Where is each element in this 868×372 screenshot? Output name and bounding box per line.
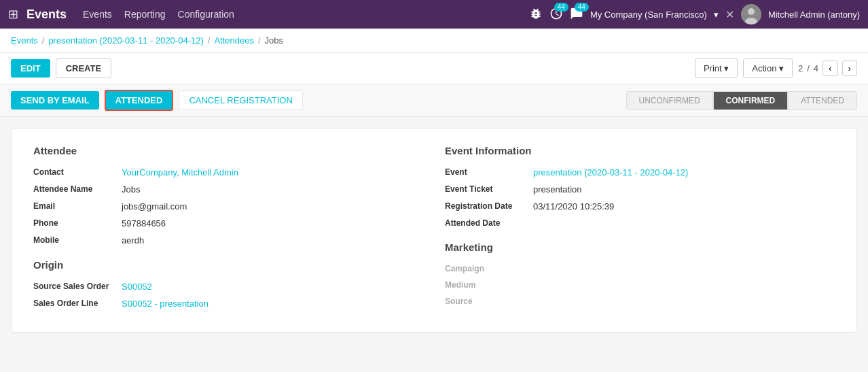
- contact-label: Contact: [33, 167, 122, 177]
- user-avatar-img: [741, 4, 761, 24]
- record-grid: Attendee Contact YourCompany, Mitchell A…: [33, 145, 835, 316]
- nav-links: Events Reporting Configuration: [83, 9, 529, 20]
- sep3: /: [258, 35, 261, 46]
- nav-events[interactable]: Events: [83, 9, 112, 20]
- step-attended[interactable]: ATTENDED: [788, 91, 857, 110]
- user-name[interactable]: Mitchell Admin (antony): [768, 10, 860, 20]
- event-ticket-field: Event Ticket presentation: [445, 184, 835, 195]
- sales-order-line-link[interactable]: S00052 - presentation: [122, 299, 209, 309]
- right-items: 44 44 My Company (San Francisco) ▾ ✕ Mit…: [529, 4, 860, 24]
- email-value: jobs@gmail.com: [122, 201, 187, 212]
- sep2: /: [208, 35, 211, 46]
- step-confirmed[interactable]: CONFIRMED: [713, 91, 789, 110]
- avatar[interactable]: [741, 4, 761, 24]
- source-label: Source: [445, 297, 533, 306]
- record-card: Attendee Contact YourCompany, Mitchell A…: [11, 128, 857, 333]
- sales-order-line-value: S00052 - presentation: [122, 299, 209, 309]
- cancel-registration-button[interactable]: CANCEL REGISTRATION: [179, 90, 302, 110]
- sep1: /: [42, 35, 45, 46]
- pager: 2 / 4 ‹ ›: [798, 61, 857, 76]
- nav-reporting[interactable]: Reporting: [124, 9, 166, 20]
- sales-order-line-field: Sales Order Line S00052 - presentation: [33, 299, 423, 309]
- print-dropdown-icon: ▾: [724, 63, 729, 73]
- create-button[interactable]: CREATE: [56, 58, 111, 78]
- company-selector[interactable]: My Company (San Francisco): [590, 10, 707, 20]
- campaign-label: Campaign: [445, 264, 533, 273]
- event-ticket-value: presentation: [533, 184, 582, 195]
- email-field: Email jobs@gmail.com: [33, 201, 423, 212]
- pager-total: 4: [814, 63, 818, 73]
- send-by-email-button[interactable]: SEND BY EMAIL: [11, 91, 99, 109]
- left-column: Attendee Contact YourCompany, Mitchell A…: [33, 145, 423, 316]
- event-link[interactable]: presentation (2020-03-11 - 2020-04-12): [533, 167, 688, 177]
- attendee-name-label: Attendee Name: [33, 184, 122, 194]
- sales-order-line-label: Sales Order Line: [33, 299, 122, 308]
- reg-date-label: Registration Date: [445, 201, 533, 211]
- event-field: Event presentation (2020-03-11 - 2020-04…: [445, 167, 835, 177]
- mobile-value: aerdh: [122, 235, 144, 246]
- event-value: presentation (2020-03-11 - 2020-04-12): [533, 167, 688, 177]
- contact-value: YourCompany, Mitchell Admin: [122, 167, 238, 177]
- phone-field: Phone 597884656: [33, 218, 423, 229]
- pager-prev-button[interactable]: ‹: [822, 61, 837, 76]
- main-content: Attendee Contact YourCompany, Mitchell A…: [0, 117, 868, 343]
- medium-label: Medium: [445, 280, 533, 290]
- chat-badge: 44: [575, 3, 589, 12]
- source-order-link[interactable]: S00052: [122, 282, 152, 292]
- event-ticket-label: Event Ticket: [445, 184, 533, 194]
- top-nav: ⊞ Events Events Reporting Configuration …: [0, 0, 868, 29]
- pager-current: 2: [798, 63, 803, 73]
- source-field: Source: [445, 297, 835, 306]
- nav-configuration[interactable]: Configuration: [178, 9, 234, 20]
- action-button[interactable]: Action ▾: [743, 58, 793, 78]
- attended-date-field: Attended Date: [445, 218, 835, 228]
- event-info-section-title: Event Information: [445, 145, 835, 156]
- step-unconfirmed[interactable]: UNCONFIRMED: [626, 91, 713, 110]
- print-button[interactable]: Print ▾: [695, 58, 738, 78]
- bug-icon: [529, 7, 543, 20]
- reg-date-value: 03/11/2020 10:25:39: [533, 201, 614, 212]
- apps-icon[interactable]: ⊞: [8, 7, 18, 22]
- attended-date-label: Attended Date: [445, 218, 533, 228]
- breadcrumb-events[interactable]: Events: [11, 35, 38, 46]
- email-label: Email: [33, 201, 122, 211]
- phone-value: 597884656: [122, 218, 166, 229]
- event-label: Event: [445, 167, 533, 177]
- attended-button[interactable]: ATTENDED: [105, 90, 174, 111]
- contact-link[interactable]: YourCompany, Mitchell Admin: [122, 167, 238, 177]
- status-bar: SEND BY EMAIL ATTENDED CANCEL REGISTRATI…: [0, 84, 868, 117]
- company-dropdown-icon[interactable]: ▾: [714, 10, 719, 20]
- marketing-section-title: Marketing: [445, 241, 835, 253]
- breadcrumb-presentation[interactable]: presentation (2020-03-11 - 2020-04-12): [48, 35, 203, 46]
- campaign-field: Campaign: [445, 264, 835, 273]
- attendee-name-field: Attendee Name Jobs: [33, 184, 423, 195]
- breadcrumb-jobs: Jobs: [265, 35, 283, 46]
- app-title: Events: [26, 7, 67, 22]
- attendee-section-title: Attendee: [33, 145, 423, 156]
- source-order-value: S00052: [122, 282, 152, 292]
- source-order-label: Source Sales Order: [33, 282, 122, 291]
- pager-sep: /: [807, 63, 810, 73]
- pager-next-button[interactable]: ›: [842, 61, 857, 76]
- edit-button[interactable]: EDIT: [11, 59, 50, 78]
- mobile-label: Mobile: [33, 235, 122, 245]
- clock-badge: 44: [554, 3, 568, 12]
- bug-icon-badge[interactable]: [529, 7, 543, 22]
- chat-icon-badge[interactable]: 44: [570, 7, 583, 22]
- clock-icon-badge[interactable]: 44: [549, 7, 563, 22]
- origin-section-title: Origin: [33, 259, 423, 271]
- contact-field: Contact YourCompany, Mitchell Admin: [33, 167, 423, 177]
- right-column: Event Information Event presentation (20…: [445, 145, 835, 316]
- reg-date-field: Registration Date 03/11/2020 10:25:39: [445, 201, 835, 212]
- phone-label: Phone: [33, 218, 122, 228]
- breadcrumb-attendees[interactable]: Attendees: [214, 35, 254, 46]
- svg-point-1: [748, 8, 755, 15]
- medium-field: Medium: [445, 280, 835, 290]
- attendee-name-value: Jobs: [122, 184, 140, 195]
- source-order-field: Source Sales Order S00052: [33, 282, 423, 292]
- action-dropdown-icon: ▾: [779, 63, 784, 73]
- status-steps: UNCONFIRMED CONFIRMED ATTENDED: [626, 91, 857, 110]
- close-icon[interactable]: ✕: [725, 8, 734, 21]
- mobile-field: Mobile aerdh: [33, 235, 423, 246]
- toolbar: EDIT CREATE Print ▾ Action ▾ 2 / 4 ‹ ›: [0, 53, 868, 84]
